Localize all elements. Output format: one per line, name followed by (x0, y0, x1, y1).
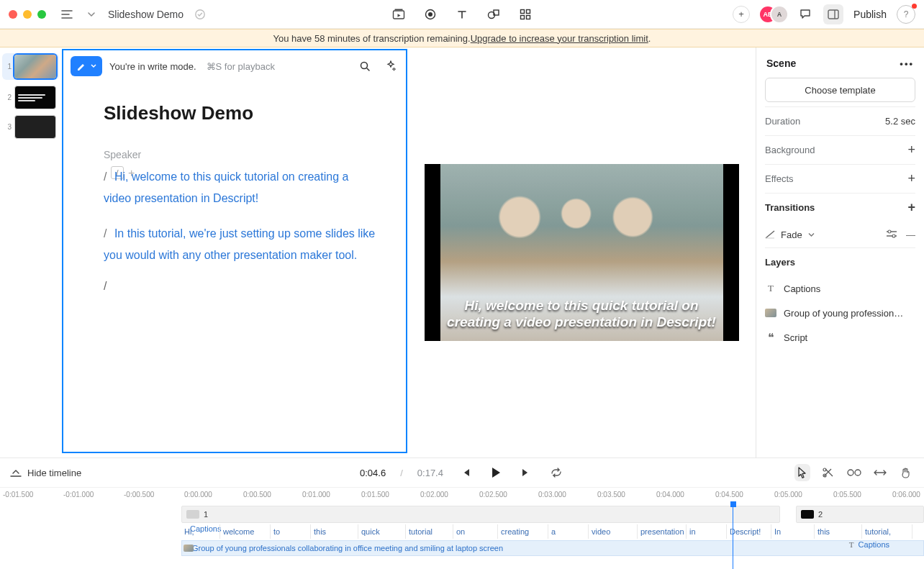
document-title[interactable]: Slideshow Demo (104, 102, 377, 124)
duration-label: Duration (765, 116, 800, 127)
scene-rail-item-1[interactable]: 1 (2, 53, 59, 80)
layer-captions[interactable]: T Captions (765, 276, 915, 301)
effects-row[interactable]: Effects + (765, 164, 915, 193)
timeline-word[interactable]: this (815, 524, 862, 539)
blade-tool-button[interactable] (820, 465, 836, 481)
sync-status-icon (192, 6, 208, 22)
empty-scene-slash[interactable]: / (104, 280, 377, 293)
timeline-word[interactable]: to (271, 524, 311, 539)
time-current: 0:04.6 (360, 468, 386, 478)
captions-track-label[interactable]: Captions (849, 540, 889, 549)
ruler-tick: 0:04.000 (656, 491, 684, 499)
project-menu-chevron-icon[interactable] (83, 6, 99, 22)
avatars[interactable]: AB A (760, 6, 787, 22)
timeline-word[interactable]: tutorial (406, 524, 453, 539)
layer-label: Script (784, 332, 807, 343)
play-button[interactable] (488, 465, 504, 481)
zoom-window-icon[interactable] (37, 10, 46, 19)
templates-grid-button[interactable] (517, 6, 533, 22)
banner-prefix: You have 58 minutes of transcription rem… (273, 33, 471, 44)
timeline-word[interactable]: in (687, 524, 727, 539)
script-paragraph[interactable]: / In this tutorial, we're just setting u… (104, 223, 377, 267)
loop-button[interactable] (548, 465, 564, 481)
layer-script[interactable]: ❝ Script (765, 325, 915, 350)
word-track[interactable]: Hi,welcometothisquicktutorialoncreatinga… (181, 524, 924, 542)
timeline-word[interactable]: presentation (638, 524, 687, 539)
svg-point-12 (888, 230, 891, 233)
add-background-button[interactable]: + (907, 142, 915, 158)
pointer-tool-button[interactable] (794, 464, 810, 481)
add-effect-button[interactable]: + (907, 171, 915, 186)
transition-fade-row[interactable]: Fade — (765, 222, 915, 247)
comments-button[interactable] (797, 6, 813, 22)
upgrade-link[interactable]: Upgrade to increase your transcription l… (471, 33, 648, 44)
choose-template-button[interactable]: Choose template (765, 78, 915, 102)
caption-line-2: creating a video presentation in Descrip… (439, 314, 725, 331)
timeline-word[interactable]: this (311, 524, 358, 539)
ruler-tick: 0:02.000 (420, 491, 448, 499)
shapes-button[interactable] (486, 6, 502, 22)
scene-slash: / (104, 170, 107, 183)
project-menu-button[interactable] (59, 6, 75, 22)
add-transition-button[interactable]: + (907, 200, 915, 215)
timeline-word[interactable]: a (548, 524, 589, 539)
skip-forward-button[interactable] (518, 465, 534, 481)
remove-transition-button[interactable]: — (906, 229, 915, 240)
editor-toolbar: You're in write mode. ⌘S for playback (63, 50, 406, 82)
link-tool-button[interactable] (846, 465, 862, 481)
text-tool-button[interactable] (454, 6, 470, 22)
timeline-word[interactable]: Hi, (181, 524, 220, 539)
close-window-icon[interactable] (9, 10, 17, 19)
search-script-button[interactable] (357, 58, 373, 74)
timeline-word[interactable]: tutorial, (862, 524, 912, 539)
video-canvas[interactable]: Hi, welcome to this quick tutorial on cr… (425, 164, 739, 341)
svg-point-3 (428, 12, 432, 17)
help-button[interactable]: ? (897, 5, 915, 24)
timeline-word[interactable]: Descript! (727, 524, 771, 539)
minimize-window-icon[interactable] (23, 10, 32, 19)
timeline-scene-1[interactable]: 1 (181, 506, 780, 523)
timeline-word[interactable]: on (453, 524, 498, 539)
skip-back-button[interactable] (458, 465, 474, 481)
scene-rail-item-3[interactable]: 3 (4, 115, 57, 139)
script-paragraph[interactable]: / Hi, welcome to this quick tutorial on … (104, 166, 377, 210)
avatar-a[interactable]: A (771, 6, 787, 22)
project-title[interactable]: Slideshow Demo (108, 9, 184, 20)
playhead[interactable] (733, 503, 733, 569)
timeline-word[interactable]: video (589, 524, 638, 539)
layer-image[interactable]: Group of young professionals … (765, 301, 915, 325)
timeline-word[interactable]: In (771, 524, 815, 539)
timeline-word[interactable]: welcome (220, 524, 271, 539)
scene-rail-item-2[interactable]: 2 (4, 86, 57, 109)
script-text[interactable]: Hi, welcome to this quick tutorial on cr… (104, 170, 348, 204)
record-button[interactable] (422, 6, 438, 22)
ai-sparkle-button[interactable] (383, 58, 399, 74)
titlebar: Slideshow Demo + AB A (0, 0, 924, 29)
inspector-toggle-button[interactable] (823, 4, 843, 24)
media-library-button[interactable] (391, 6, 407, 22)
speaker-label[interactable]: Speaker (104, 149, 377, 160)
quote-icon: ❝ (765, 331, 776, 345)
publish-button[interactable]: Publish (853, 9, 887, 20)
image-track[interactable]: Group of young professionals collaborati… (181, 540, 924, 556)
timeline-word[interactable]: creating (498, 524, 548, 539)
transition-settings-icon[interactable] (886, 229, 897, 238)
script-text[interactable]: In this tutorial, we're just setting up … (104, 227, 375, 261)
background-row[interactable]: Background + (765, 135, 915, 164)
timeline-footer: Hide timeline 0:04.6 / 0:17.4 (0, 458, 924, 569)
ruler-tick: -0:00.500 (124, 491, 154, 499)
svg-point-13 (892, 235, 895, 237)
hand-tool-button[interactable] (898, 465, 914, 481)
scene-track[interactable]: 1 2 (181, 506, 924, 523)
timeline-word[interactable]: quick (358, 524, 406, 539)
script-document[interactable]: Slideshow Demo Speaker / + / Hi, welcome… (63, 82, 406, 307)
chevron-down-icon[interactable] (808, 232, 815, 238)
invite-button[interactable]: + (733, 6, 750, 23)
write-mode-chip[interactable] (71, 56, 102, 76)
transition-name: Fade (781, 229, 802, 240)
timeline-scene-2[interactable]: 2 (796, 506, 924, 523)
timeline-ruler[interactable]: -0:01.500-0:01.000-0:00.5000:00.0000:00.… (0, 487, 924, 503)
inspector-more-button[interactable]: ••• (900, 58, 914, 69)
resize-tool-button[interactable] (872, 465, 888, 481)
hide-timeline-button[interactable]: Hide timeline (10, 468, 81, 478)
